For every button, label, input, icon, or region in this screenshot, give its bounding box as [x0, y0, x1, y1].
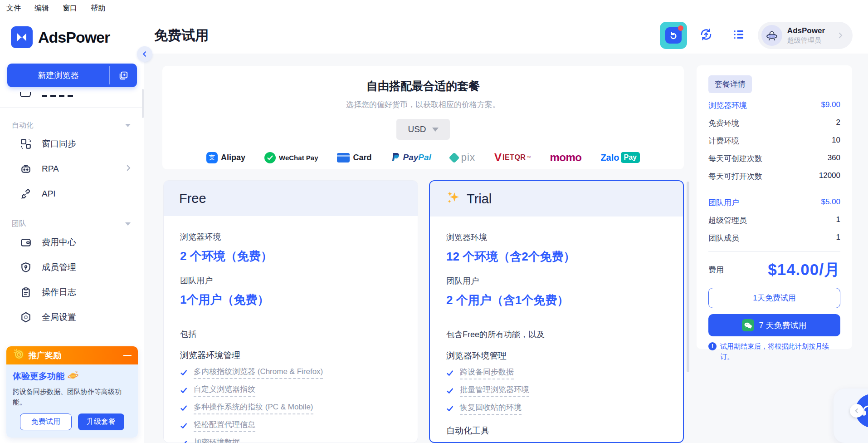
page-title: 免费试用 — [154, 26, 209, 45]
main-area: 免费试用 — [144, 16, 868, 443]
profile-name: AdsPower — [787, 26, 825, 36]
support-collapse-button[interactable] — [850, 404, 863, 418]
check-icon — [180, 440, 188, 443]
plan-card-free: Free 浏览器环境 2 个环境（免费） 团队用户 1个用户（免费） 包括 浏览… — [163, 180, 418, 443]
quota-value: 2 个环境（免费） — [180, 248, 401, 264]
feature-item: 批量管理浏览器环境 — [446, 384, 667, 397]
sidebar-item-billing-center[interactable]: 费用中心 — [0, 230, 144, 255]
promo-body: 体验更多功能 跨设备同步数据、团队协作等高级功能。 免费试用 升级套餐 — [6, 364, 138, 438]
summary-row: 计费环境10 — [708, 136, 840, 146]
one-day-trial-button[interactable]: 1天免费试用 — [708, 288, 840, 308]
includes-label: 包括 — [180, 329, 401, 340]
feature-group-heading: 浏览器环境管理 — [180, 349, 401, 361]
window-sync-icon — [20, 138, 32, 150]
sidebar-item-global-settings[interactable]: 全局设置 — [0, 305, 144, 330]
pix-icon — [449, 152, 459, 163]
content-scrollbar[interactable] — [687, 182, 689, 372]
feature-group-heading: 自动化工具 — [446, 425, 667, 437]
chevron-down-icon — [125, 124, 131, 127]
feature-item: 跨设备同步数据 — [446, 367, 667, 379]
feature-item: 加密环境数据 — [180, 437, 401, 443]
summary-row: 每天可打开次数12000 — [708, 171, 840, 182]
menu-help[interactable]: 帮助 — [91, 4, 105, 13]
trial-plan-header: Trial — [430, 181, 683, 217]
summary-row: 团队成员1 — [708, 233, 840, 243]
chevron-right-icon — [836, 31, 844, 39]
wallet-icon — [20, 236, 32, 248]
summary-badge: 套餐详情 — [708, 75, 752, 93]
plug-icon — [20, 188, 32, 200]
coin-icon: $ — [13, 348, 24, 362]
sidebar-nav: 自动化 窗口同步 RPA — [0, 89, 144, 339]
summary-row: 每天可创建次数360 — [708, 153, 840, 164]
sidebar-item-label: 成员管理 — [42, 261, 76, 273]
wechat-pay-logo: WeChat Pay — [264, 152, 318, 163]
promo-text: 跨设备同步数据、团队协作等高级功能。 — [13, 386, 132, 408]
zalopay-logo: Zalo Pay — [600, 152, 640, 163]
new-browser-label: 新建浏览器 — [7, 64, 109, 87]
quota-value: 2 个用户（含1个免费） — [446, 292, 667, 308]
menu-edit[interactable]: 编辑 — [34, 4, 49, 13]
adspower-app: 文件 编辑 窗口 帮助 AdsPower 新建浏览器 — [0, 0, 868, 443]
sidebar-item-window-sync[interactable]: 窗口同步 — [0, 131, 144, 156]
new-browser-button[interactable]: 新建浏览器 — [7, 64, 137, 87]
menu-file[interactable]: 文件 — [6, 4, 21, 13]
chevron-right-icon — [124, 164, 132, 174]
chevron-down-icon — [432, 128, 439, 132]
plan-name: Free — [179, 191, 206, 206]
collapse-sidebar-button[interactable] — [137, 46, 152, 62]
sync-update-button[interactable] — [692, 22, 720, 49]
promo-upgrade-button[interactable]: 升级套餐 — [78, 413, 124, 430]
momo-logo: momo — [550, 151, 581, 164]
avatar — [761, 25, 782, 46]
currency-select[interactable]: USD — [396, 119, 450, 140]
undo-icon — [665, 27, 682, 44]
plan-summary-panel: 套餐详情 浏览器环境$9.00 免费环境2 计费环境10 每天可创建次数360 … — [697, 65, 852, 349]
check-icon — [446, 387, 454, 395]
clipped-menu-item[interactable] — [0, 89, 144, 100]
check-icon — [180, 387, 188, 394]
promo-free-trial-button[interactable]: 免费试用 — [20, 413, 72, 430]
check-icon — [180, 404, 188, 412]
restore-button[interactable] — [660, 22, 687, 49]
add-browser-icon[interactable] — [110, 64, 137, 87]
adspower-logo-icon — [11, 26, 33, 48]
wechat-icon — [264, 152, 276, 163]
sidebar-scrollbar[interactable] — [142, 89, 144, 118]
list-icon — [732, 28, 746, 43]
check-icon — [180, 369, 188, 377]
feature-item: 多内核指纹浏览器 (Chrome & Firefox) — [180, 366, 401, 379]
header-actions: AdsPower 超级管理员 — [660, 22, 853, 49]
card-icon — [337, 153, 350, 162]
cost-label: 费用 — [708, 265, 724, 275]
sidebar-item-rpa[interactable]: RPA — [0, 156, 144, 181]
cost-row: 费用 $14.00/月 — [708, 259, 840, 281]
summary-row: 免费环境2 — [708, 118, 840, 128]
divider — [708, 251, 840, 252]
profile-text: AdsPower 超级管理员 — [787, 26, 825, 44]
pix-logo: pix — [450, 152, 475, 163]
robot-icon — [20, 163, 32, 175]
minimize-icon[interactable]: — — [123, 350, 132, 360]
sidebar-item-member-management[interactable]: 成员管理 — [0, 255, 144, 280]
sidebar-item-operation-log[interactable]: 操作日志 — [0, 280, 144, 305]
feature-item: 轻松配置代理信息 — [180, 419, 401, 432]
seven-day-trial-button[interactable]: 7 天免费试用 — [708, 314, 840, 336]
section-label: 自动化 — [12, 121, 34, 130]
task-list-button[interactable] — [725, 22, 752, 49]
sidebar: AdsPower 新建浏览器 自动化 — [0, 16, 144, 443]
menu-window[interactable]: 窗口 — [63, 4, 77, 13]
sidebar-item-label: 全局设置 — [42, 311, 76, 323]
feature-item: 恢复回收站的环境 — [446, 402, 667, 415]
feature-item: 自定义浏览器指纹 — [180, 384, 401, 397]
section-automation[interactable]: 自动化 — [0, 119, 144, 131]
quota-value: 12 个环境（含2个免费） — [446, 249, 667, 265]
sidebar-item-label: API — [42, 189, 56, 199]
feature-group-heading: 浏览器环境管理 — [446, 350, 667, 362]
section-team[interactable]: 团队 — [0, 218, 144, 230]
profile-menu[interactable]: AdsPower 超级管理员 — [758, 22, 853, 49]
vietqr-logo: V IETQR ™ — [494, 151, 531, 164]
check-icon — [180, 422, 188, 430]
sidebar-item-api[interactable]: API — [0, 181, 144, 206]
sparkles-icon — [445, 190, 461, 208]
